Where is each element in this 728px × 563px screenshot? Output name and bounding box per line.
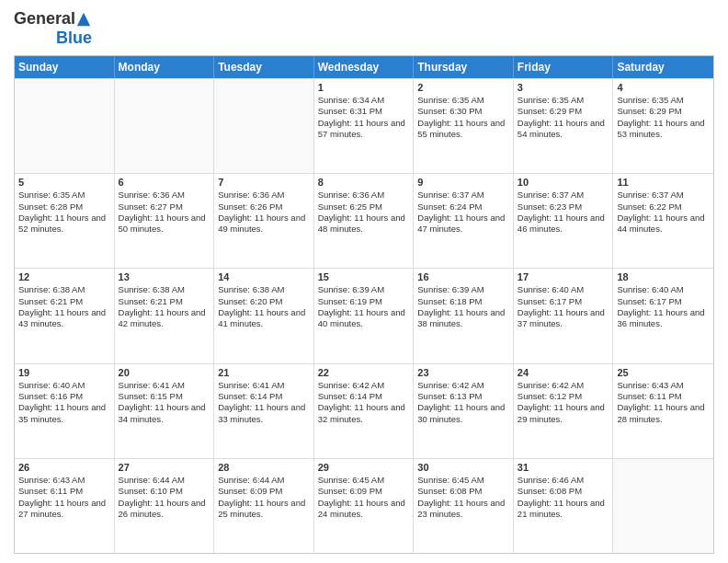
sunset-text: Sunset: 6:21 PM bbox=[18, 296, 110, 307]
day-number: 17 bbox=[518, 271, 609, 282]
daylight-text: Daylight: 11 hours and 54 minutes. bbox=[518, 118, 609, 141]
sunset-text: Sunset: 6:10 PM bbox=[119, 486, 210, 497]
sunrise-text: Sunrise: 6:42 AM bbox=[417, 380, 509, 391]
day-number: 13 bbox=[119, 271, 210, 282]
sunset-text: Sunset: 6:13 PM bbox=[417, 391, 509, 402]
daylight-text: Daylight: 11 hours and 50 minutes. bbox=[119, 213, 210, 236]
sunrise-text: Sunrise: 6:35 AM bbox=[617, 95, 710, 106]
sunrise-text: Sunrise: 6:35 AM bbox=[518, 95, 609, 106]
calendar-week-3: 12Sunrise: 6:38 AMSunset: 6:21 PMDayligh… bbox=[15, 268, 713, 362]
day-number: 19 bbox=[18, 367, 110, 378]
day-number: 12 bbox=[18, 271, 110, 282]
sunrise-text: Sunrise: 6:45 AM bbox=[318, 475, 410, 486]
calendar-cell: 22Sunrise: 6:42 AMSunset: 6:14 PMDayligh… bbox=[314, 364, 415, 458]
day-number: 3 bbox=[518, 82, 609, 93]
sunset-text: Sunset: 6:24 PM bbox=[417, 201, 509, 213]
sunrise-text: Sunrise: 6:40 AM bbox=[518, 284, 609, 295]
calendar-cell: 17Sunrise: 6:40 AMSunset: 6:17 PMDayligh… bbox=[514, 269, 614, 362]
calendar-cell bbox=[15, 79, 115, 173]
daylight-text: Daylight: 11 hours and 30 minutes. bbox=[417, 402, 509, 425]
daylight-text: Daylight: 11 hours and 35 minutes. bbox=[18, 402, 110, 425]
calendar-cell: 31Sunrise: 6:46 AMSunset: 6:08 PMDayligh… bbox=[514, 459, 614, 553]
sunrise-text: Sunrise: 6:35 AM bbox=[417, 95, 509, 106]
calendar-cell: 27Sunrise: 6:44 AMSunset: 6:10 PMDayligh… bbox=[115, 459, 215, 553]
logo-icon bbox=[75, 11, 92, 28]
sunrise-text: Sunrise: 6:38 AM bbox=[18, 284, 110, 295]
header-cell-monday: Monday bbox=[115, 56, 215, 78]
calendar-header-row: SundayMondayTuesdayWednesdayThursdayFrid… bbox=[15, 56, 713, 78]
sunrise-text: Sunrise: 6:45 AM bbox=[417, 475, 509, 486]
calendar: SundayMondayTuesdayWednesdayThursdayFrid… bbox=[14, 55, 714, 554]
sunrise-text: Sunrise: 6:35 AM bbox=[18, 190, 110, 201]
calendar-cell: 20Sunrise: 6:41 AMSunset: 6:15 PMDayligh… bbox=[115, 364, 215, 458]
sunrise-text: Sunrise: 6:37 AM bbox=[518, 190, 609, 201]
day-number: 27 bbox=[119, 462, 210, 473]
sunrise-text: Sunrise: 6:46 AM bbox=[518, 475, 609, 486]
day-number: 24 bbox=[518, 367, 609, 378]
sunrise-text: Sunrise: 6:34 AM bbox=[318, 95, 410, 106]
sunset-text: Sunset: 6:14 PM bbox=[218, 391, 310, 402]
sunset-text: Sunset: 6:31 PM bbox=[318, 106, 410, 117]
sunset-text: Sunset: 6:25 PM bbox=[318, 201, 410, 213]
daylight-text: Daylight: 11 hours and 53 minutes. bbox=[617, 118, 710, 141]
sunset-text: Sunset: 6:08 PM bbox=[518, 486, 609, 497]
sunrise-text: Sunrise: 6:38 AM bbox=[218, 284, 310, 295]
sunrise-text: Sunrise: 6:39 AM bbox=[318, 284, 410, 295]
sunrise-text: Sunrise: 6:40 AM bbox=[18, 380, 110, 391]
calendar-week-2: 5Sunrise: 6:35 AMSunset: 6:28 PMDaylight… bbox=[15, 173, 713, 268]
calendar-cell: 23Sunrise: 6:42 AMSunset: 6:13 PMDayligh… bbox=[414, 364, 514, 458]
calendar-cell: 2Sunrise: 6:35 AMSunset: 6:30 PMDaylight… bbox=[414, 79, 514, 173]
sunset-text: Sunset: 6:15 PM bbox=[119, 391, 210, 402]
calendar-week-4: 19Sunrise: 6:40 AMSunset: 6:16 PMDayligh… bbox=[15, 363, 713, 458]
header: GeneralBlue bbox=[14, 9, 714, 48]
day-number: 20 bbox=[119, 367, 210, 378]
calendar-cell: 28Sunrise: 6:44 AMSunset: 6:09 PMDayligh… bbox=[214, 459, 314, 553]
daylight-text: Daylight: 11 hours and 41 minutes. bbox=[218, 307, 310, 330]
sunset-text: Sunset: 6:11 PM bbox=[18, 486, 110, 497]
sunset-text: Sunset: 6:21 PM bbox=[119, 296, 210, 307]
svg-marker-0 bbox=[77, 12, 90, 25]
daylight-text: Daylight: 11 hours and 34 minutes. bbox=[119, 402, 210, 425]
header-cell-friday: Friday bbox=[514, 56, 614, 78]
calendar-cell: 14Sunrise: 6:38 AMSunset: 6:20 PMDayligh… bbox=[214, 269, 314, 362]
sunset-text: Sunset: 6:23 PM bbox=[518, 201, 609, 213]
calendar-cell: 25Sunrise: 6:43 AMSunset: 6:11 PMDayligh… bbox=[613, 364, 713, 458]
daylight-text: Daylight: 11 hours and 44 minutes. bbox=[617, 213, 710, 236]
day-number: 9 bbox=[417, 177, 509, 188]
header-cell-thursday: Thursday bbox=[414, 56, 514, 78]
day-number: 10 bbox=[518, 177, 609, 188]
sunrise-text: Sunrise: 6:44 AM bbox=[218, 475, 310, 486]
day-number: 23 bbox=[417, 367, 509, 378]
daylight-text: Daylight: 11 hours and 38 minutes. bbox=[417, 307, 509, 330]
calendar-cell: 5Sunrise: 6:35 AMSunset: 6:28 PMDaylight… bbox=[15, 174, 115, 268]
sunrise-text: Sunrise: 6:37 AM bbox=[617, 190, 710, 201]
calendar-cell: 12Sunrise: 6:38 AMSunset: 6:21 PMDayligh… bbox=[15, 269, 115, 362]
daylight-text: Daylight: 11 hours and 49 minutes. bbox=[218, 213, 310, 236]
sunrise-text: Sunrise: 6:43 AM bbox=[18, 475, 110, 486]
calendar-cell: 4Sunrise: 6:35 AMSunset: 6:29 PMDaylight… bbox=[613, 79, 713, 173]
calendar-cell: 9Sunrise: 6:37 AMSunset: 6:24 PMDaylight… bbox=[414, 174, 514, 268]
sunset-text: Sunset: 6:28 PM bbox=[18, 201, 110, 213]
day-number: 7 bbox=[218, 177, 310, 188]
daylight-text: Daylight: 11 hours and 32 minutes. bbox=[318, 402, 410, 425]
day-number: 5 bbox=[18, 177, 110, 188]
day-number: 4 bbox=[617, 82, 710, 93]
calendar-cell bbox=[214, 79, 314, 173]
sunrise-text: Sunrise: 6:38 AM bbox=[119, 284, 210, 295]
day-number: 11 bbox=[617, 177, 710, 188]
calendar-cell: 29Sunrise: 6:45 AMSunset: 6:09 PMDayligh… bbox=[314, 459, 415, 553]
sunset-text: Sunset: 6:17 PM bbox=[518, 296, 609, 307]
daylight-text: Daylight: 11 hours and 46 minutes. bbox=[518, 213, 609, 236]
sunset-text: Sunset: 6:09 PM bbox=[218, 486, 310, 497]
calendar-cell: 1Sunrise: 6:34 AMSunset: 6:31 PMDaylight… bbox=[314, 79, 415, 173]
day-number: 31 bbox=[518, 462, 609, 473]
day-number: 8 bbox=[318, 177, 410, 188]
header-cell-saturday: Saturday bbox=[613, 56, 713, 78]
daylight-text: Daylight: 11 hours and 28 minutes. bbox=[617, 402, 710, 425]
day-number: 26 bbox=[18, 462, 110, 473]
day-number: 21 bbox=[218, 367, 310, 378]
calendar-cell bbox=[115, 79, 215, 173]
sunset-text: Sunset: 6:11 PM bbox=[617, 391, 710, 402]
day-number: 2 bbox=[417, 82, 509, 93]
sunset-text: Sunset: 6:29 PM bbox=[617, 106, 710, 117]
